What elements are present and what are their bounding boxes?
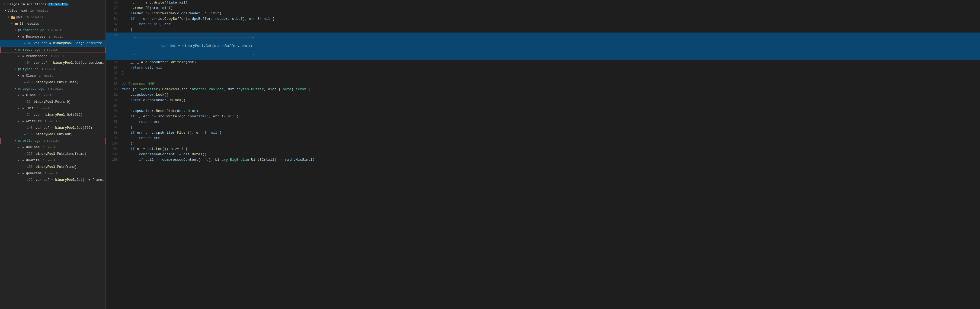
result-upgrader-148[interactable]: ⇒ 148 var buf = binaryPool.Get(256) xyxy=(0,125,105,131)
arrow156-icon: ⇒ xyxy=(24,132,26,137)
method-doclose[interactable]: m doClose 1 result xyxy=(0,144,105,151)
subgroup-10results[interactable]: 10 results xyxy=(0,21,105,27)
init-icon: m xyxy=(21,106,25,111)
result-writer-122[interactable]: ⇒ 122 var buf = binaryPool.Get(n + frame… xyxy=(0,177,105,183)
panel-title: Usages in All Places xyxy=(8,3,46,6)
types-chevron xyxy=(13,67,18,71)
result-upgrader-156[interactable]: ⇒ 156 binaryPool.Put(buf) xyxy=(0,131,105,138)
method-close2[interactable]: m Close 1 result xyxy=(0,92,105,99)
result-compress-84[interactable]: ⇒ 84 var dst = binaryPool.Get(c.dpsBuffe… xyxy=(0,40,105,47)
file-writer-go[interactable]: go writer.go 3 results xyxy=(0,138,105,144)
line-num-83: 83 xyxy=(108,27,118,33)
result24-label: 24 c.b = binaryPool.Get(512) xyxy=(27,112,104,118)
method-icon: m xyxy=(21,35,25,39)
line-num-78: 78 xyxy=(108,0,118,5)
compress-label: compress.go 1 result xyxy=(23,28,104,33)
code-line-87: 87 } xyxy=(106,70,980,76)
file-compress-go[interactable]: go compress.go 1 result xyxy=(0,27,105,33)
writer-label: writer.go 3 results xyxy=(23,138,104,144)
dowrite-chevron xyxy=(16,158,21,163)
tree-container: Value read 10 results gws 10 results 10 … xyxy=(0,8,105,183)
line-num-90: 90 xyxy=(108,87,118,92)
code-line-102: 102 compressedContent := dst.Bytes() xyxy=(106,152,980,157)
upgrader-chevron xyxy=(13,87,18,91)
subgroup-icon xyxy=(14,22,18,26)
arrow32-icon: ⇒ xyxy=(24,99,26,105)
line-num-101: 101 xyxy=(108,146,118,152)
code-line-86: 86 return dst, nil xyxy=(106,65,980,70)
left-panel: Usages in All Places 10 results Value re… xyxy=(0,0,106,309)
method-writeerr[interactable]: m writeErr 2 results xyxy=(0,118,105,125)
code-content-98: if err := c.cpsWriter.Flush(); err != ni… xyxy=(122,130,978,136)
result-writer-227[interactable]: ⇒ 227 binaryPool.Put(item.frame) xyxy=(0,151,105,157)
code-content-90: func (c *deflater) Compress(src internal… xyxy=(122,87,978,92)
line-num-85: 85 xyxy=(108,60,118,65)
readmessage-label: readMessage 1 result xyxy=(26,54,104,59)
code-line-80: 80 reader := limitReader(c.dpsReader, c.… xyxy=(106,11,980,16)
result-upgrader-24[interactable]: ⇒ 24 c.b = binaryPool.Get(512) xyxy=(0,112,105,118)
arrow227-icon: ⇒ xyxy=(24,151,26,157)
doclose-chevron xyxy=(16,145,21,150)
close2-label: Close 1 result xyxy=(26,93,104,98)
method-decompress[interactable]: m Decompress 1 result xyxy=(0,33,105,40)
file-reader-go[interactable]: go reader.go 1 result xyxy=(0,47,105,53)
result-upgrader-32[interactable]: ⇒ 32 binaryPool.Put(c.b) xyxy=(0,99,105,105)
method-dowrite[interactable]: m doWrite 1 result xyxy=(0,157,105,164)
folder-icon xyxy=(11,15,15,19)
code-line-96: 96 return err xyxy=(106,119,980,125)
result-types-250[interactable]: ⇒ 250 binaryPool.Put(c.Data) xyxy=(0,79,105,86)
folder-gws[interactable]: gws 10 results xyxy=(0,14,105,21)
header-chevron[interactable] xyxy=(2,2,6,6)
group-chevron xyxy=(3,9,8,13)
code-line-92: 92 defer c.cpsLocker.Unlock() xyxy=(106,98,980,103)
file-upgrader-go[interactable]: go upgrader.go 4 results xyxy=(0,86,105,92)
panel-header: Usages in All Places 10 results xyxy=(0,1,105,8)
result-writer-106[interactable]: ⇒ 106 binaryPool.Put(frame) xyxy=(0,164,105,170)
code-line-82: 82 return nil, err xyxy=(106,22,980,27)
group-label: Value read 10 results xyxy=(8,8,104,14)
code-line-103: 103 if tail := compressedContent[n-4:]; … xyxy=(106,157,980,163)
result94-label: 94 var buf = binaryPool.Get(contentLengt… xyxy=(27,60,104,66)
code-content-84: var dst = binaryPool.Get(c.dpsBuffer.Len… xyxy=(122,33,978,60)
code-line-81: 81 if _, err := io.CopyBuffer(c.dpsBuffe… xyxy=(106,16,980,22)
result227-label: 227 binaryPool.Put(item.frame) xyxy=(27,151,104,157)
result-reader-94[interactable]: ⇒ 94 var buf = binaryPool.Get(contentLen… xyxy=(0,60,105,66)
writeerr-icon: m xyxy=(21,119,25,124)
code-line-100: 100 } xyxy=(106,141,980,146)
method-readmessage[interactable]: m readMessage 1 result xyxy=(0,53,105,60)
code-line-78: 78 _, _ = src.Write(flateTail) xyxy=(106,0,980,5)
method-genframe[interactable]: m genFrame 1 result xyxy=(0,170,105,177)
writeerr-chevron xyxy=(16,119,21,124)
upgrader-label: upgrader.go 4 results xyxy=(23,86,104,92)
doclose-icon: m xyxy=(21,145,25,150)
file-types-go[interactable]: go types.go 1 result xyxy=(0,66,105,73)
code-line-97: 97 } xyxy=(106,125,980,130)
code-content-86: return dst, nil xyxy=(122,65,978,70)
decompress-chevron xyxy=(16,35,21,39)
writer-chevron xyxy=(13,139,18,143)
method-init[interactable]: m Init 1 result xyxy=(0,105,105,112)
line-num-102: 102 xyxy=(108,152,118,157)
code-line-91: 91 c.cpsLocker.Lock() xyxy=(106,92,980,98)
code-content-95: if _, err := src.WriteTo(c.cpsWriter); e… xyxy=(122,114,978,119)
group-value-read[interactable]: Value read 10 results xyxy=(0,8,105,14)
total-count-badge: 10 results xyxy=(48,3,68,6)
result-label: 84 var dst = binaryPool.Get(c.dpsBuffer.… xyxy=(27,41,104,46)
code-content-101: if n := dst.Len(); n >= 4 { xyxy=(122,146,978,152)
line-num-81: 81 xyxy=(108,16,118,22)
code-line-95: 95 if _, err := src.WriteTo(c.cpsWriter)… xyxy=(106,114,980,119)
line-num-98: 98 xyxy=(108,130,118,136)
result32-label: 32 binaryPool.Put(c.b) xyxy=(27,99,104,105)
code-line-101: 101 if n := dst.Len(); n >= 4 { xyxy=(106,146,980,152)
method-close[interactable]: m Close 1 result xyxy=(0,73,105,79)
line-num-97: 97 xyxy=(108,125,118,130)
code-content-97: } xyxy=(122,125,978,130)
arrow106-icon: ⇒ xyxy=(24,164,26,170)
types-label: types.go 1 result xyxy=(23,67,104,72)
arrow-icon: ⇒ xyxy=(24,41,26,46)
line-num-93: 93 xyxy=(108,103,118,108)
close-label: Close 1 result xyxy=(26,73,104,79)
arrow94-icon: ⇒ xyxy=(24,60,26,66)
code-line-93: 93 xyxy=(106,103,980,108)
line-num-87: 87 xyxy=(108,70,118,76)
